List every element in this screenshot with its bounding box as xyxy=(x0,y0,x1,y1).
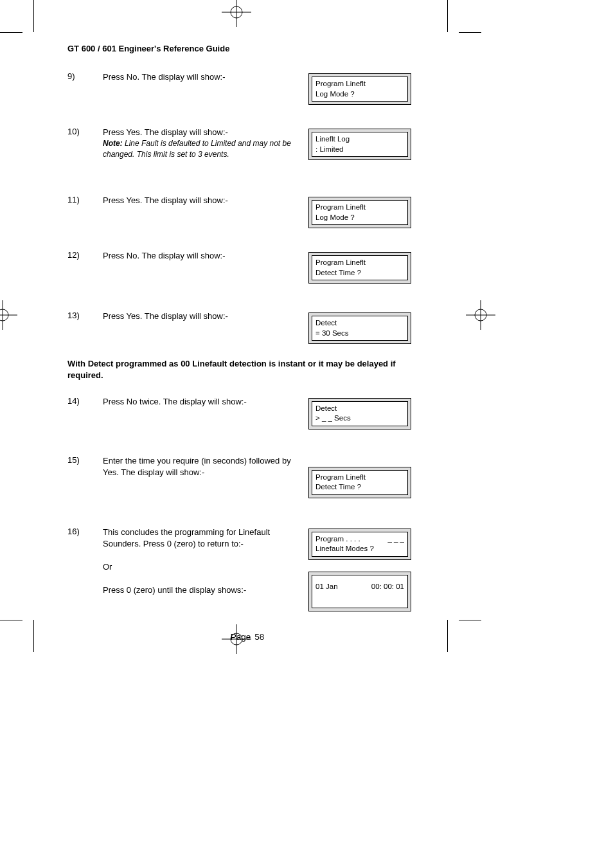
step-text: Enter the time you require (in seconds) … xyxy=(103,455,308,478)
lcd-display: Program Lineflt Detect Time ? xyxy=(308,252,411,284)
step-number: 12) xyxy=(67,250,103,260)
step-number: 11) xyxy=(67,195,103,204)
lcd-text-left: 01 Jan xyxy=(315,582,338,592)
lcd-display: Program . . . . _ _ _ Linefault Modes ? xyxy=(308,529,411,560)
document-title: GT 600 / 601 Engineer's Reference Guide xyxy=(67,44,427,53)
lcd-line: Linefault Modes ? xyxy=(315,544,404,554)
page-content: GT 600 / 601 Engineer's Reference Guide … xyxy=(67,44,427,642)
note-text: Line Fault is defaulted to Limited and m… xyxy=(103,139,291,159)
lcd-text-left: Program . . . . xyxy=(315,534,360,545)
registration-mark-icon xyxy=(466,300,495,330)
crop-mark xyxy=(459,620,481,620)
step-number: 10) xyxy=(67,127,103,136)
crop-mark xyxy=(0,32,22,33)
lcd-inner: Program Lineflt Log Mode ? xyxy=(312,77,408,102)
step-or: Or xyxy=(103,561,308,573)
lcd-line: Program Lineflt xyxy=(315,203,404,213)
step-12: 12) Press No. The display will show:- Pr… xyxy=(67,250,427,284)
step-9: 9) Press No. The display will show:- Pro… xyxy=(67,71,427,105)
step-number: 14) xyxy=(67,396,103,406)
lcd-line: Log Mode ? xyxy=(315,213,404,223)
lcd-display: Detect = 30 Secs xyxy=(308,312,411,344)
lcd-display: Detect > _ _ Secs xyxy=(308,398,411,429)
lcd-inner: Program Lineflt Detect Time ? xyxy=(312,470,408,495)
lcd-line: = 30 Secs xyxy=(315,329,404,339)
crop-mark xyxy=(33,620,34,652)
step-text: Press No twice. The display will show:- xyxy=(103,396,308,408)
step-number: 16) xyxy=(67,527,103,536)
lcd-display: Program Lineflt Log Mode ? xyxy=(308,197,411,228)
step-text: This concludes the programming for Linef… xyxy=(103,527,308,597)
lcd-text-right: _ _ _ xyxy=(387,534,404,545)
lcd-line: Detect Time ? xyxy=(315,482,404,493)
mid-note: With Detect programmed as 00 Linefault d… xyxy=(67,358,427,381)
lcd-display: 01 Jan 00: 00: 01 xyxy=(308,572,411,611)
step-number: 15) xyxy=(67,455,103,465)
step-text: Press No. The display will show:- xyxy=(103,250,308,262)
lcd-line: Program . . . . _ _ _ xyxy=(315,534,404,545)
page-number: Page58 xyxy=(67,632,427,642)
lcd-line: Program Lineflt xyxy=(315,258,404,268)
page-number-value: 58 xyxy=(254,632,264,642)
step-11: 11) Press Yes. The display will show:- P… xyxy=(67,195,427,228)
step-instruction-2: Press 0 (zero) until the display shows:- xyxy=(103,584,308,596)
lcd-stack: Program . . . . _ _ _ Linefault Modes ? … xyxy=(308,527,411,623)
lcd-inner: Program . . . . _ _ _ Linefault Modes ? xyxy=(312,532,408,557)
note-label: Note: xyxy=(103,139,123,148)
crop-mark xyxy=(33,0,34,32)
lcd-inner: Program Lineflt Log Mode ? xyxy=(312,200,408,225)
lcd-line: > _ _ Secs xyxy=(315,413,404,424)
step-15: 15) Enter the time you require (in secon… xyxy=(67,455,427,498)
lcd-line: Detect xyxy=(315,318,404,329)
lcd-display: Lineflt Log : Limited xyxy=(308,129,411,160)
step-text: Press No. The display will show:- xyxy=(103,71,308,83)
registration-mark-icon xyxy=(0,300,17,330)
step-text: Press Yes. The display will show:- xyxy=(103,311,308,322)
lcd-line: : Limited xyxy=(315,145,404,155)
page-label: Page xyxy=(231,632,251,642)
lcd-display: Program Lineflt Detect Time ? xyxy=(308,467,411,498)
registration-mark-icon xyxy=(222,0,251,27)
lcd-line: Detect xyxy=(315,404,404,414)
crop-mark xyxy=(447,620,448,652)
step-16: 16) This concludes the programming for L… xyxy=(67,527,427,623)
crop-mark xyxy=(447,0,448,32)
step-number: 13) xyxy=(67,311,103,320)
lcd-inner: Program Lineflt Detect Time ? xyxy=(312,255,408,280)
lcd-inner: Lineflt Log : Limited xyxy=(312,132,408,157)
step-instruction: This concludes the programming for Linef… xyxy=(103,527,308,550)
step-text: Press Yes. The display will show:- xyxy=(103,195,308,206)
crop-mark xyxy=(459,32,481,33)
step-10: 10) Press Yes. The display will show:- N… xyxy=(67,127,427,160)
lcd-inner: 01 Jan 00: 00: 01 xyxy=(312,575,408,608)
crop-mark xyxy=(0,620,22,620)
lcd-line: Program Lineflt xyxy=(315,79,404,89)
step-13: 13) Press Yes. The display will show:- D… xyxy=(67,311,427,344)
lcd-text-right: 00: 00: 01 xyxy=(371,582,404,592)
step-instruction: Press Yes. The display will show:- xyxy=(103,127,308,138)
step-note: Note: Line Fault is defaulted to Limited… xyxy=(103,138,308,160)
lcd-inner: Detect > _ _ Secs xyxy=(312,401,408,426)
lcd-line: 01 Jan 00: 00: 01 xyxy=(315,582,404,592)
lcd-line: Lineflt Log xyxy=(315,134,404,145)
lcd-inner: Detect = 30 Secs xyxy=(312,316,408,341)
lcd-line: Detect Time ? xyxy=(315,268,404,278)
lcd-line: Program Lineflt xyxy=(315,473,404,483)
step-number: 9) xyxy=(67,71,103,81)
lcd-display: Program Lineflt Log Mode ? xyxy=(308,73,411,105)
step-text: Press Yes. The display will show:- Note:… xyxy=(103,127,308,160)
step-14: 14) Press No twice. The display will sho… xyxy=(67,396,427,429)
lcd-line: Log Mode ? xyxy=(315,89,404,100)
